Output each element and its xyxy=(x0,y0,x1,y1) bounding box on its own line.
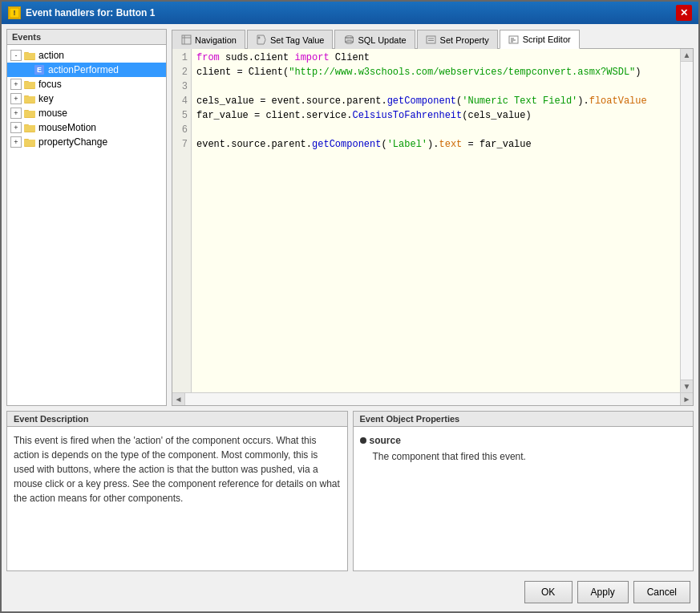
tree-toggle-mouse[interactable]: + xyxy=(10,108,22,119)
main-area: Events - action xyxy=(6,29,694,406)
navigation-tab-icon xyxy=(180,35,192,46)
tree-label-actionperformed: actionPerformed xyxy=(48,64,119,75)
property-item-source: source The component that fired this eve… xyxy=(360,433,687,464)
tab-set-property-label: Set Property xyxy=(440,35,489,45)
tree-toggle-mousemotion[interactable]: + xyxy=(10,122,22,133)
events-tree[interactable]: - action xyxy=(7,45,166,405)
svg-rect-15 xyxy=(24,111,35,117)
ok-button[interactable]: OK xyxy=(524,581,573,603)
svg-rect-21 xyxy=(24,140,35,146)
title-bar: ! Event handlers for: Button 1 ✕ xyxy=(2,2,698,24)
property-name-label: source xyxy=(370,433,401,448)
property-description-source: The component that fired this event. xyxy=(360,449,687,464)
folder-icon-action xyxy=(23,49,36,62)
dialog: ! Event handlers for: Button 1 ✕ Events … xyxy=(0,0,700,613)
folder-icon-mouse xyxy=(23,107,36,120)
tree-label-key: key xyxy=(38,93,54,104)
tree-item-mousemotion[interactable]: + mouseMotion xyxy=(7,120,166,135)
event-description-header: Event Description xyxy=(7,412,347,427)
code-content[interactable]: from suds.client import Clientclient = C… xyxy=(192,49,680,392)
tree-label-mouse: mouse xyxy=(38,108,67,119)
horizontal-scrollbar[interactable]: ◄ ► xyxy=(172,392,693,405)
tree-label-propertychange: propertyChange xyxy=(38,136,107,148)
bullet-icon xyxy=(360,437,366,444)
event-properties-body: source The component that fired this eve… xyxy=(354,427,694,570)
property-name-source: source xyxy=(360,433,687,448)
folder-icon-propertychange xyxy=(23,136,36,148)
tab-navigation[interactable]: Navigation xyxy=(172,30,245,49)
tree-label-action: action xyxy=(38,50,64,61)
vertical-scrollbar[interactable]: ▲ ▼ xyxy=(680,49,693,392)
event-description-panel: Event Description This event is fired wh… xyxy=(6,411,348,571)
code-area[interactable]: 1 2 3 4 5 6 7 from suds.client import Cl… xyxy=(172,49,693,392)
tree-item-mouse[interactable]: + mouse xyxy=(7,106,166,120)
tree-toggle-focus[interactable]: + xyxy=(10,79,22,90)
tree-label-focus: focus xyxy=(38,79,62,90)
prop-tab-icon xyxy=(426,35,437,46)
tree-item-actionperformed[interactable]: E actionPerformed xyxy=(7,63,166,77)
svg-rect-22 xyxy=(182,35,191,44)
tag-tab-icon xyxy=(256,35,267,46)
tab-sql-update[interactable]: SQL Update xyxy=(334,30,415,49)
tree-item-key[interactable]: + key xyxy=(7,91,166,106)
dialog-content: Events - action xyxy=(2,24,698,611)
tree-toggle-action[interactable]: - xyxy=(10,50,22,61)
tree-toggle-propertychange[interactable]: + xyxy=(10,136,22,148)
right-panel: Navigation Set Tag Value xyxy=(172,29,694,406)
dialog-title: Event handlers for: Button 1 xyxy=(26,7,155,18)
event-properties-panel: Event Object Properties source The compo… xyxy=(353,411,694,571)
tab-set-tag-value-label: Set Tag Value xyxy=(270,35,324,45)
folder-icon-focus xyxy=(23,78,36,91)
svg-point-26 xyxy=(258,37,261,39)
code-editor[interactable]: 1 2 3 4 5 6 7 from suds.client import Cl… xyxy=(172,49,694,406)
tree-item-focus[interactable]: + focus xyxy=(7,77,166,91)
event-icon-actionperformed: E xyxy=(33,63,46,76)
tab-script-editor-label: Script Editor xyxy=(523,35,571,44)
tabs-bar: Navigation Set Tag Value xyxy=(172,29,694,49)
folder-icon-mousemotion xyxy=(23,121,36,134)
close-button[interactable]: ✕ xyxy=(676,5,692,21)
line-numbers: 1 2 3 4 5 6 7 xyxy=(172,49,192,392)
tab-script-editor[interactable]: Script Editor xyxy=(500,30,580,49)
svg-text:!: ! xyxy=(14,9,16,17)
svg-rect-18 xyxy=(24,125,35,132)
tree-item-propertychange[interactable]: + propertyChange xyxy=(7,135,166,149)
tab-sql-update-label: SQL Update xyxy=(358,35,406,45)
footer: OK Apply Cancel xyxy=(6,576,694,607)
tab-set-property[interactable]: Set Property xyxy=(417,30,498,49)
events-panel: Events - action xyxy=(6,29,167,406)
app-icon: ! xyxy=(8,6,21,19)
apply-button[interactable]: Apply xyxy=(577,581,629,603)
tab-set-tag-value[interactable]: Set Tag Value xyxy=(247,30,333,49)
tree-label-mousemotion: mouseMotion xyxy=(38,122,96,133)
event-description-body: This event is fired when the 'action' of… xyxy=(7,427,347,570)
event-properties-header: Event Object Properties xyxy=(354,412,694,427)
svg-rect-9 xyxy=(24,82,35,88)
svg-rect-4 xyxy=(24,53,35,59)
svg-rect-30 xyxy=(427,36,435,43)
cancel-button[interactable]: Cancel xyxy=(633,581,690,603)
svg-rect-12 xyxy=(24,96,35,103)
tree-toggle-key[interactable]: + xyxy=(10,93,22,104)
script-tab-icon xyxy=(508,34,520,45)
tab-navigation-label: Navigation xyxy=(195,35,237,45)
tree-item-action[interactable]: - action xyxy=(7,48,166,63)
db-tab-icon xyxy=(343,35,354,46)
svg-text:E: E xyxy=(37,66,42,74)
events-panel-header: Events xyxy=(7,30,166,45)
folder-icon-key xyxy=(23,92,36,105)
bottom-area: Event Description This event is fired wh… xyxy=(6,411,694,571)
